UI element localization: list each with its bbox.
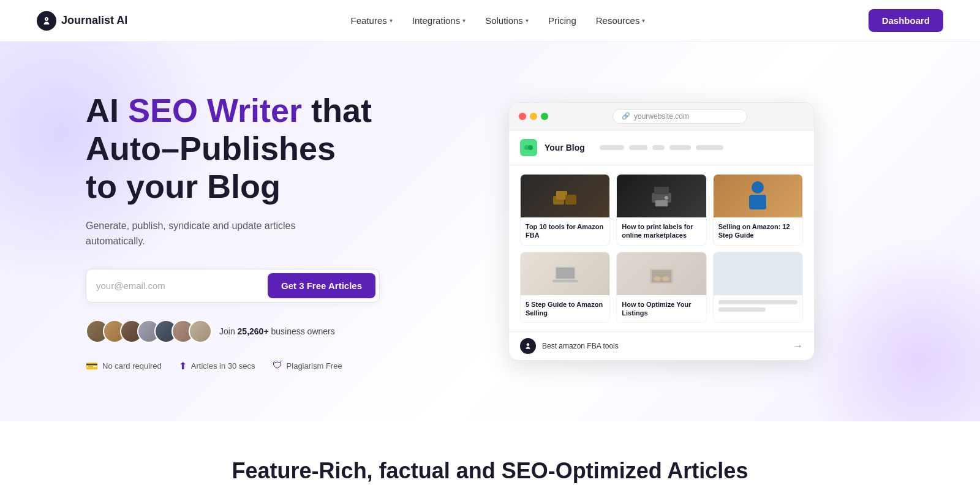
blog-card: How to Optimize Your Listings xyxy=(616,252,706,323)
card-title: Selling on Amazon: 12 Step Guide xyxy=(714,217,802,245)
card-image xyxy=(521,175,609,217)
svg-rect-17 xyxy=(652,270,671,282)
nav-features[interactable]: Features ▾ xyxy=(351,15,393,26)
badge-no-card-text: No card required xyxy=(102,361,162,371)
avatar-stack xyxy=(86,320,212,343)
bottom-section: Feature-Rich, factual and SEO-Optimized … xyxy=(0,421,980,493)
trust-badges: 💳 No card required ⬆ Articles in 30 secs… xyxy=(86,360,429,372)
svg-rect-9 xyxy=(655,200,668,206)
hero-left: AI SEO Writer thatAuto–Publishesto your … xyxy=(86,91,429,371)
avatars-row: Join 25,260+ business owners xyxy=(86,320,429,343)
dot-red xyxy=(519,113,526,120)
hero-title-highlight: SEO Writer xyxy=(128,92,302,129)
nav-line xyxy=(696,145,723,150)
placeholder-line xyxy=(718,307,766,312)
nav-pricing[interactable]: Pricing xyxy=(548,15,576,26)
svg-rect-14 xyxy=(556,268,575,279)
social-proof-text: Join 25,260+ business owners xyxy=(219,326,335,336)
svg-point-11 xyxy=(752,181,764,194)
search-bar: → xyxy=(509,331,814,360)
card-lines xyxy=(714,295,802,320)
nav-integrations[interactable]: Integrations ▾ xyxy=(412,15,466,26)
badge-articles-speed-text: Articles in 30 secs xyxy=(191,361,255,371)
logo-text: Journalist AI xyxy=(61,14,127,27)
badge-no-card: 💳 No card required xyxy=(86,360,162,372)
svg-point-19 xyxy=(662,276,669,281)
url-bar: 🔗 yourwebsite.com xyxy=(612,109,747,124)
card-title: Top 10 tools for Amazon FBA xyxy=(521,217,609,245)
svg-point-1 xyxy=(46,18,47,19)
svg-point-10 xyxy=(665,196,668,200)
card-image xyxy=(617,175,706,217)
card-title: How to print labels for online marketpla… xyxy=(617,217,706,245)
nav-links: Features ▾ Integrations ▾ Solutions ▾ Pr… xyxy=(351,15,646,26)
shield-icon: 🛡 xyxy=(273,360,282,371)
chevron-icon: ▾ xyxy=(642,17,645,24)
hero-section: AI SEO Writer thatAuto–Publishesto your … xyxy=(0,42,980,421)
blog-card: 5 Step Guide to Amazon Selling xyxy=(520,252,610,323)
browser-dots xyxy=(519,113,548,120)
no-card-icon: 💳 xyxy=(86,360,98,372)
hero-right: 🔗 yourwebsite.com Your Blog xyxy=(429,102,894,361)
blog-title: Your Blog xyxy=(545,143,585,152)
blog-card-empty xyxy=(713,252,803,323)
placeholder-line xyxy=(718,300,797,304)
navbar: Journalist AI Features ▾ Integrations ▾ … xyxy=(0,0,980,42)
hero-subtitle: Generate, publish, syndicate and update … xyxy=(86,218,343,249)
blog-card: How to print labels for online marketpla… xyxy=(616,174,706,246)
browser-mockup: 🔗 yourwebsite.com Your Blog xyxy=(508,102,815,361)
svg-point-18 xyxy=(654,276,661,281)
avatar xyxy=(189,320,212,343)
svg-rect-6 xyxy=(565,195,576,205)
badge-plagiarism: 🛡 Plagiarism Free xyxy=(273,360,342,371)
browser-bar: 🔗 yourwebsite.com xyxy=(509,103,814,130)
card-title: How to Optimize Your Listings xyxy=(617,295,706,323)
svg-rect-12 xyxy=(749,195,766,209)
social-proof-count: 25,260+ xyxy=(238,326,269,336)
card-image xyxy=(617,252,706,295)
nav-resources[interactable]: Resources ▾ xyxy=(596,15,646,26)
svg-point-3 xyxy=(528,145,533,150)
nav-line xyxy=(669,145,691,150)
card-image-placeholder xyxy=(714,252,802,295)
card-image xyxy=(714,175,802,217)
hero-title-plain: AI xyxy=(86,92,128,129)
logo[interactable]: Journalist AI xyxy=(37,11,127,31)
svg-point-20 xyxy=(527,343,530,346)
badge-articles-speed: ⬆ Articles in 30 secs xyxy=(179,360,255,372)
dot-yellow xyxy=(530,113,537,120)
nav-line xyxy=(629,145,647,150)
logo-icon xyxy=(37,11,56,31)
hero-title: AI SEO Writer thatAuto–Publishesto your … xyxy=(86,91,429,205)
chevron-icon: ▾ xyxy=(462,17,466,24)
logo-svg xyxy=(41,15,52,26)
search-arrow-icon[interactable]: → xyxy=(793,341,803,352)
badge-plagiarism-text: Plagiarism Free xyxy=(287,361,342,371)
blog-logo-icon xyxy=(520,139,537,156)
url-text: yourwebsite.com xyxy=(634,112,689,121)
link-icon: 🔗 xyxy=(622,112,630,120)
blog-card: Selling on Amazon: 12 Step Guide xyxy=(713,174,803,246)
svg-rect-8 xyxy=(654,187,669,194)
blog-nav-lines xyxy=(600,145,723,150)
card-title: 5 Step Guide to Amazon Selling xyxy=(521,295,609,323)
dashboard-button[interactable]: Dashboard xyxy=(869,9,943,32)
blog-card: Top 10 tools for Amazon FBA xyxy=(520,174,610,246)
ai-search-icon xyxy=(520,338,536,354)
blog-grid: Top 10 tools for Amazon FBA How to print… xyxy=(509,165,814,331)
nav-solutions[interactable]: Solutions ▾ xyxy=(485,15,529,26)
chevron-icon: ▾ xyxy=(526,17,529,24)
chevron-icon: ▾ xyxy=(390,17,393,24)
search-input[interactable] xyxy=(542,342,787,350)
speed-icon: ⬆ xyxy=(179,360,187,372)
email-form: Get 3 Free Articles xyxy=(86,269,380,303)
bottom-title: Feature-Rich, factual and SEO-Optimized … xyxy=(86,458,894,484)
email-input[interactable] xyxy=(96,280,268,291)
get-articles-button[interactable]: Get 3 Free Articles xyxy=(268,273,375,298)
svg-rect-15 xyxy=(552,280,578,282)
card-image xyxy=(521,252,609,295)
blog-header: Your Blog xyxy=(509,130,814,165)
dot-green xyxy=(541,113,548,120)
nav-line xyxy=(652,145,665,150)
nav-line xyxy=(600,145,624,150)
